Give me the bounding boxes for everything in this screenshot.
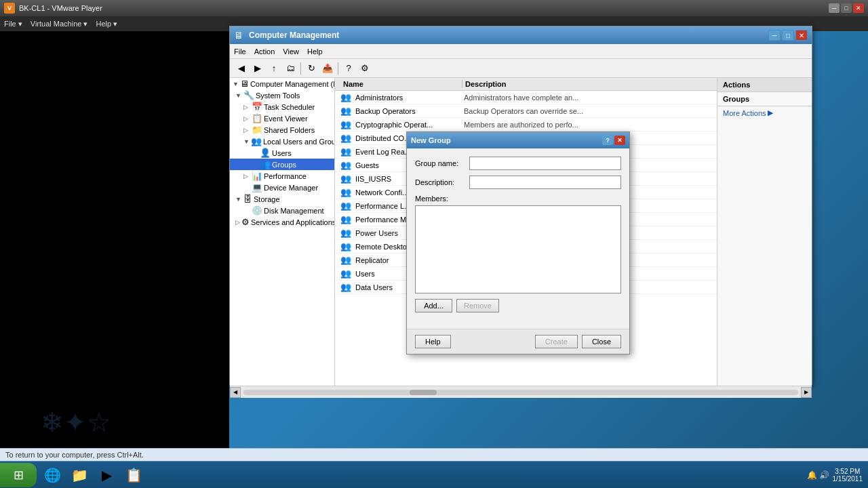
taskbar-apps: 🌐 📁 ▶ 📋 — [39, 464, 807, 486]
vmware-menu-virtual-machine[interactable]: Virtual Machine ▾ — [31, 20, 88, 28]
clock-date: 1/15/2011 — [833, 475, 863, 483]
taskbar-clock: 3:52 PM 1/15/2011 — [833, 468, 863, 483]
dialog-help-button[interactable]: ? — [602, 136, 613, 145]
vmware-title: BK-CL1 - VMware Player — [19, 4, 829, 12]
vmware-menu-help[interactable]: Help ▾ — [96, 20, 117, 28]
vmware-menu-file[interactable]: File ▾ — [4, 20, 22, 28]
scroll-left-btn[interactable]: ◀ — [230, 387, 241, 398]
create-button[interactable]: Create — [535, 335, 578, 348]
taskbar-icons: 🔔 🔊 — [807, 470, 829, 480]
dialog-action-buttons: Add... Remove — [415, 299, 621, 312]
dialog-close-x-button[interactable]: ✕ — [614, 136, 625, 145]
desktop: V BK-CL1 - VMware Player ─ □ ✕ File ▾ Vi… — [0, 0, 868, 488]
help-button[interactable]: Help — [415, 335, 451, 348]
cm-scrollbar[interactable]: ◀ ▶ — [230, 386, 812, 398]
new-group-dialog: New Group ? ✕ Group name: Description: — [406, 131, 630, 354]
add-member-button[interactable]: Add... — [415, 299, 452, 312]
taskbar-media-icon[interactable]: ▶ — [94, 464, 119, 486]
scroll-thumb[interactable] — [410, 390, 437, 395]
taskbar-folder-icon[interactable]: 📁 — [66, 464, 92, 486]
dialog-title: New Group — [411, 136, 602, 144]
dialog-titlebar: New Group ? ✕ — [407, 132, 629, 148]
start-button[interactable]: ⊞ — [0, 463, 37, 487]
dialog-confirm-buttons: Create Close — [535, 335, 621, 348]
taskbar-ie-icon[interactable]: 🌐 — [39, 464, 65, 486]
description-label: Description: — [415, 178, 469, 186]
vmware-close-button[interactable]: ✕ — [853, 3, 864, 13]
computer-management-window: 🖥 Computer Management ─ □ ✕ File Action … — [229, 26, 812, 385]
scroll-track[interactable] — [243, 390, 798, 395]
taskbar-right: 🔔 🔊 3:52 PM 1/15/2011 — [807, 468, 868, 483]
group-name-label: Group name: — [415, 159, 469, 167]
clock-time: 3:52 PM — [833, 468, 863, 475]
group-name-input[interactable] — [469, 157, 621, 170]
taskbar-network-icon[interactable]: 📋 — [121, 464, 146, 486]
close-dialog-button[interactable]: Close — [582, 335, 621, 348]
members-listbox — [415, 205, 621, 293]
dialog-window-controls: ? ✕ — [602, 136, 625, 145]
notification-bar: To return to your computer, press Ctrl+A… — [0, 448, 868, 461]
members-label: Members: — [415, 195, 621, 203]
remove-member-button[interactable]: Remove — [456, 299, 499, 312]
group-name-field: Group name: — [415, 157, 621, 170]
dialog-body: Group name: Description: Members: Add...… — [407, 148, 629, 329]
vmware-icon: V — [4, 3, 15, 14]
dialog-bottom-buttons: Help Create Close — [407, 329, 629, 354]
description-input[interactable] — [469, 176, 621, 189]
notification-text: To return to your computer, press Ctrl+A… — [5, 451, 144, 459]
dialog-overlay: New Group ? ✕ Group name: Description: — [230, 26, 812, 384]
vmware-window-controls: ─ □ ✕ — [829, 3, 864, 13]
vm-decoration: ❄✦☆ — [41, 407, 111, 438]
vm-display-area: ❄✦☆ — [0, 31, 229, 451]
vmware-titlebar: V BK-CL1 - VMware Player ─ □ ✕ — [0, 0, 868, 16]
scroll-right-btn[interactable]: ▶ — [801, 387, 812, 398]
vmware-maximize-button[interactable]: □ — [841, 3, 852, 13]
description-field: Description: — [415, 176, 621, 189]
start-icon: ⊞ — [14, 468, 24, 483]
vmware-minimize-button[interactable]: ─ — [829, 3, 840, 13]
taskbar: ⊞ 🌐 📁 ▶ 📋 🔔 🔊 3:52 PM 1/15/2011 — [0, 461, 868, 488]
